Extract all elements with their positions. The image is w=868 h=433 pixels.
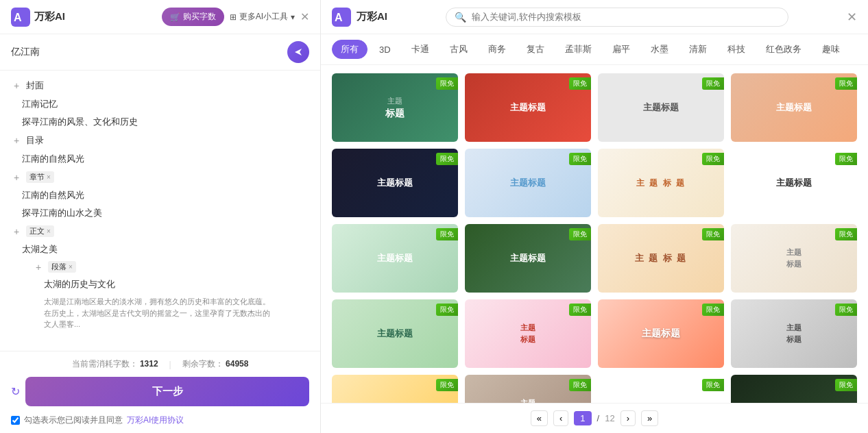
chapter-badge-close[interactable]: × [47,173,51,181]
svg-text:A: A [14,12,22,23]
right-app-logo-icon: A [332,8,351,27]
tree-item-mountains[interactable]: 探寻江南的山水之美 [0,204,320,222]
free-badge: 限免 [702,228,724,240]
expand-cover-icon[interactable]: + [11,80,22,91]
agreement-row: 勾选表示您已阅读并且同意 万彩AI使用协议 [11,415,309,426]
cart-icon: 🛒 [170,12,180,22]
logo-area: A 万彩AI [11,8,65,27]
tree-item-taihu[interactable]: 太湖之美 [0,240,320,258]
section-cover[interactable]: + 封面 [0,76,320,95]
filter-tab-all[interactable]: 所有 [332,40,367,59]
template-card[interactable]: 主题标题 限免 [598,375,724,403]
free-badge: 限免 [436,228,458,240]
filter-tab-ink[interactable]: 水墨 [642,40,677,59]
tools-button[interactable]: ⊞ 更多AI小工具 ▾ [230,11,295,23]
filter-tab-fresh[interactable]: 清新 [680,40,716,59]
free-badge: 限免 [436,379,458,391]
free-badge: 限免 [835,228,857,240]
filter-tab-business[interactable]: 商务 [479,40,515,59]
section-para[interactable]: + 段落 × [0,258,320,275]
refresh-button[interactable]: ↻ [11,385,20,398]
stats-row: 当前需消耗字数： 1312 | 剩余字数： 64958 [11,358,309,370]
section-toc[interactable]: + 目录 [0,131,320,150]
page-last-button[interactable]: » [641,410,658,426]
filter-tab-cartoon[interactable]: 卡通 [402,40,438,59]
right-header: A 万彩AI 🔍 ✕ [321,0,868,34]
expand-para-icon[interactable]: + [33,262,44,273]
buy-button[interactable]: 🛒 购买字数 [162,8,224,26]
agreement-checkbox[interactable] [11,416,20,425]
app-title: 万彩AI [34,10,65,23]
consume-label: 当前需消耗字数： 1312 [72,358,158,370]
close-right-button[interactable]: ✕ [847,10,857,25]
filter-tab-fun[interactable]: 趣味 [813,40,849,59]
page-prev-button[interactable]: ‹ [553,410,568,426]
filter-tab-memphis[interactable]: 孟菲斯 [556,40,601,59]
outline-tree: + 封面 江南记忆 探寻江南的风景、文化和历史 + 目录 江南的自然风光 + 章… [0,71,320,351]
free-badge: 限免 [569,77,591,90]
filter-tab-red[interactable]: 红色政务 [757,40,810,59]
template-card[interactable]: 主题标题 限免 [731,149,857,217]
agreement-link[interactable]: 万彩AI使用协议 [127,415,184,426]
stats-divider: | [169,360,171,369]
chevron-down-icon: ▾ [291,12,295,22]
template-card[interactable]: 主题 标题 限免 [465,299,591,368]
template-card[interactable]: 主 题 标 题 限免 [598,149,724,217]
free-badge: 限免 [569,379,591,391]
templates-grid: 主题 标题 限免 主题标题 限免 主题标题 限免 主题标题 限免 [321,65,868,403]
send-button[interactable] [287,41,309,63]
next-step-button[interactable]: 下一步 [25,377,309,406]
tree-item-nature[interactable]: 江南的自然风光 [0,150,320,168]
template-card[interactable]: 主题标题 限免 [332,375,458,403]
template-card[interactable]: 主题 标题 限免 [465,375,591,403]
close-left-button[interactable]: ✕ [300,10,309,23]
para-badge-close[interactable]: × [69,263,73,271]
expand-chapter-icon[interactable]: + [11,172,22,183]
page-next-button[interactable]: › [620,410,636,426]
body-badge-close[interactable]: × [47,227,51,235]
section-chapter[interactable]: + 章节 × [0,168,320,186]
filter-tab-ancient[interactable]: 古风 [441,40,477,59]
section-body[interactable]: + 正文 × [0,222,320,240]
template-card[interactable]: 主题标题 限免 [332,149,458,217]
remaining-label: 剩余字数： 64958 [182,358,249,370]
pagination: « ‹ 1 / 12 › » [321,403,868,433]
expand-toc-icon[interactable]: + [11,135,22,146]
search-input[interactable] [472,12,780,22]
tree-item-nature2[interactable]: 江南的自然风光 [0,186,320,204]
template-card[interactable]: 主题 标题 限免 [731,299,857,368]
template-card[interactable]: 主题 标题 限免 [731,224,857,293]
right-panel: A 万彩AI 🔍 ✕ 所有 3D 卡通 古风 商务 复古 孟菲斯 扁平 水墨 清… [321,0,868,433]
template-card[interactable]: 主题标题 限免 [465,73,591,142]
filter-tab-retro[interactable]: 复古 [518,40,553,59]
tree-item-taihu-history[interactable]: 太湖的历史与文化 [0,275,320,293]
tree-item-jiangnan-memory[interactable]: 江南记忆 [0,95,320,113]
filter-tab-tech[interactable]: 科技 [719,40,754,59]
template-card[interactable]: 主题标题 限免 [332,224,458,293]
search-icon: 🔍 [455,12,466,23]
filter-tab-3d[interactable]: 3D [370,41,400,58]
prompt-input[interactable] [11,47,282,58]
template-card[interactable]: 主题标题 限免 [465,224,591,293]
left-header: A 万彩AI 🛒 购买字数 ⊞ 更多AI小工具 ▾ ✕ [0,0,320,34]
template-card[interactable]: 主 题 标 题 限免 [598,224,724,293]
free-badge: 限免 [569,153,591,165]
header-buttons: 🛒 购买字数 ⊞ 更多AI小工具 ▾ ✕ [162,8,309,26]
expand-body-icon[interactable]: + [11,226,22,237]
free-badge: 限免 [835,304,857,316]
free-badge: 限免 [702,77,724,90]
free-badge: 限免 [436,304,458,316]
free-badge: 限免 [569,228,591,240]
template-card[interactable]: 主题标题 限免 [598,299,724,368]
template-card[interactable]: 主题标题 限免 [731,375,857,403]
template-card[interactable]: 主题标题 限免 [465,149,591,217]
page-first-button[interactable]: « [531,410,548,426]
template-card[interactable]: 主题标题 限免 [332,299,458,368]
template-card[interactable]: 主题 标题 限免 [332,73,458,142]
tree-item-desc[interactable]: 探寻江南的风景、文化和历史 [0,113,320,131]
left-panel: A 万彩AI 🛒 购买字数 ⊞ 更多AI小工具 ▾ ✕ + [0,0,321,433]
template-card[interactable]: 主题标题 限免 [598,73,724,142]
free-badge: 限免 [702,379,724,391]
template-card[interactable]: 主题标题 限免 [731,73,857,142]
filter-tab-flat[interactable]: 扁平 [603,40,639,59]
